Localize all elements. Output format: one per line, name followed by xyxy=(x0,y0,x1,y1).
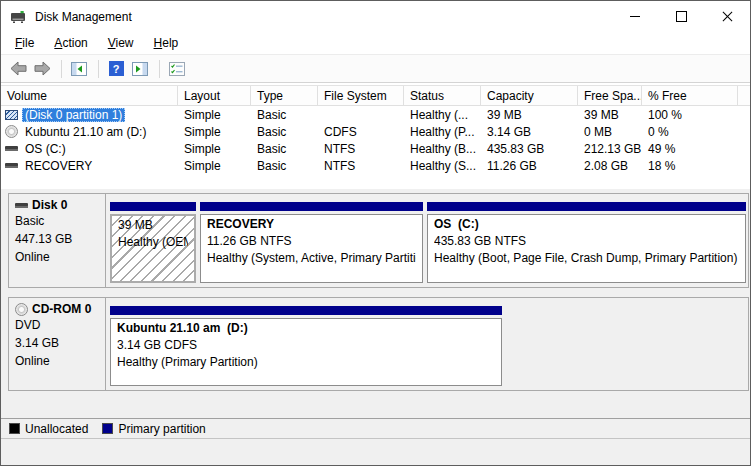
partition-block-oem[interactable]: 39 MB Healthy (OEM xyxy=(110,202,196,283)
disk0-band: Disk 0 Basic 447.13 GB Online 39 MB Heal… xyxy=(8,193,749,288)
disk-name: Disk 0 xyxy=(32,198,67,212)
graphical-view-pane: Disk 0 Basic 447.13 GB Online 39 MB Heal… xyxy=(1,189,750,418)
partition-size: 11.26 GB NTFS xyxy=(207,233,416,250)
cell-free-space: 39 MB xyxy=(578,108,642,122)
partition-status: Healthy (Boot, Page File, Crash Dump, Pr… xyxy=(434,250,739,267)
forward-button[interactable] xyxy=(31,58,53,80)
properties-list-button[interactable] xyxy=(166,58,188,80)
partition-title: RECOVERY xyxy=(207,216,416,233)
cell-capacity: 39 MB xyxy=(481,108,578,122)
hard-disk-icon xyxy=(5,163,18,168)
cell-pct-free: 100 % xyxy=(642,108,738,122)
table-row-kubuntu[interactable]: Kubuntu 21.10 am (D:) Simple Basic CDFS … xyxy=(1,123,750,140)
help-icon: ? xyxy=(109,61,124,76)
show-action-pane-button[interactable] xyxy=(129,58,151,80)
cell-status: Healthy (S... xyxy=(404,159,481,173)
partition-status: Healthy (System, Active, Primary Partiti… xyxy=(207,250,416,267)
primary-partition-swatch xyxy=(102,423,113,434)
partition-color-strip xyxy=(110,306,502,315)
volume-name: Kubuntu 21.10 am (D:) xyxy=(22,125,149,139)
column-header-status[interactable]: Status xyxy=(404,86,481,105)
toolbar-separator xyxy=(61,60,62,78)
partition-color-strip xyxy=(200,202,423,211)
column-header-capacity[interactable]: Capacity xyxy=(481,86,578,105)
cell-pct-free: 49 % xyxy=(642,142,738,156)
disk0-label-panel[interactable]: Disk 0 Basic 447.13 GB Online xyxy=(9,194,106,287)
checklist-icon xyxy=(169,62,185,76)
cell-layout: Simple xyxy=(178,142,251,156)
status-bar xyxy=(1,439,750,465)
column-header-file-system[interactable]: File System xyxy=(318,86,404,105)
minimize-button[interactable] xyxy=(612,1,658,32)
cell-type: Basic xyxy=(251,108,318,122)
toolbar-separator xyxy=(98,60,99,78)
partition-color-strip xyxy=(427,202,746,211)
legend-label: Unallocated xyxy=(25,422,88,436)
cell-status: Healthy (... xyxy=(404,108,481,122)
disk-size: 447.13 GB xyxy=(15,230,105,248)
partition-block-kubuntu[interactable]: Kubuntu 21.10 am (D:) 3.14 GB CDFS Healt… xyxy=(110,306,502,386)
toolbar: ? xyxy=(1,55,750,83)
cd-rom-icon xyxy=(15,303,28,316)
cd-rom-icon xyxy=(5,125,18,138)
forward-arrow-icon xyxy=(34,61,51,76)
partition-block-recovery[interactable]: RECOVERY 11.26 GB NTFS Healthy (System, … xyxy=(200,202,423,283)
app-icon xyxy=(10,9,26,25)
unallocated-swatch xyxy=(9,423,20,434)
legend-label: Primary partition xyxy=(118,422,205,436)
partition-block-os-c[interactable]: OS (C:) 435.83 GB NTFS Healthy (Boot, Pa… xyxy=(427,202,746,283)
volume-name: RECOVERY xyxy=(22,159,95,173)
cell-free-space: 0 MB xyxy=(578,125,642,139)
cell-capacity: 435.83 GB xyxy=(481,142,578,156)
column-header-filler xyxy=(738,86,750,105)
menu-bar: File Action View Help xyxy=(1,32,750,55)
show-console-tree-button[interactable] xyxy=(68,58,90,80)
cell-layout: Simple xyxy=(178,125,251,139)
menu-file[interactable]: File xyxy=(5,33,44,53)
partition-size: 435.83 GB NTFS xyxy=(434,233,739,250)
cell-layout: Simple xyxy=(178,159,251,173)
drive-name: CD-ROM 0 xyxy=(32,302,91,316)
maximize-button[interactable] xyxy=(658,1,704,32)
cell-type: Basic xyxy=(251,125,318,139)
cell-file-system: CDFS xyxy=(318,125,404,139)
partition-size: 39 MB xyxy=(118,217,188,234)
cell-type: Basic xyxy=(251,142,318,156)
partition-status: Healthy (Primary Partition) xyxy=(117,354,495,371)
cdrom0-band: CD-ROM 0 DVD 3.14 GB Online Kubuntu 21.1… xyxy=(8,297,749,391)
volume-name: OS (C:) xyxy=(22,142,69,156)
volume-list-pane: Volume Layout Type File System Status Ca… xyxy=(1,85,750,189)
legend-item-unallocated: Unallocated xyxy=(9,422,88,436)
column-header-free-space[interactable]: Free Spa... xyxy=(578,86,642,105)
cell-type: Basic xyxy=(251,159,318,173)
title-bar: Disk Management xyxy=(1,1,750,32)
cdrom0-label-panel[interactable]: CD-ROM 0 DVD 3.14 GB Online xyxy=(9,298,106,390)
close-button[interactable] xyxy=(704,1,750,32)
menu-help[interactable]: Help xyxy=(144,33,189,53)
menu-action[interactable]: Action xyxy=(44,33,97,53)
partition-title: Kubuntu 21.10 am (D:) xyxy=(117,320,495,337)
cell-file-system: NTFS xyxy=(318,159,404,173)
partition-icon xyxy=(5,110,18,120)
cell-file-system: NTFS xyxy=(318,142,404,156)
column-header-type[interactable]: Type xyxy=(251,86,318,105)
cell-free-space: 212.13 GB xyxy=(578,142,642,156)
column-header-layout[interactable]: Layout xyxy=(178,86,251,105)
console-tree-icon xyxy=(71,62,87,76)
cell-free-space: 2.08 GB xyxy=(578,159,642,173)
table-row-disk0-partition1[interactable]: (Disk 0 partition 1) Simple Basic Health… xyxy=(1,106,750,123)
table-row-recovery[interactable]: RECOVERY Simple Basic NTFS Healthy (S...… xyxy=(1,157,750,174)
table-row-os-c[interactable]: OS (C:) Simple Basic NTFS Healthy (B... … xyxy=(1,140,750,157)
cell-capacity: 3.14 GB xyxy=(481,125,578,139)
maximize-icon xyxy=(676,11,687,22)
column-header-volume[interactable]: Volume xyxy=(1,86,178,105)
legend-item-primary-partition: Primary partition xyxy=(102,422,205,436)
column-header-pct-free[interactable]: % Free xyxy=(642,86,738,105)
partition-status: Healthy (OEM xyxy=(118,234,188,251)
volume-list-header: Volume Layout Type File System Status Ca… xyxy=(1,86,750,106)
back-button[interactable] xyxy=(7,58,29,80)
window-title: Disk Management xyxy=(35,10,132,24)
help-button[interactable]: ? xyxy=(105,58,127,80)
menu-view[interactable]: View xyxy=(98,33,144,53)
action-pane-icon xyxy=(132,62,148,76)
